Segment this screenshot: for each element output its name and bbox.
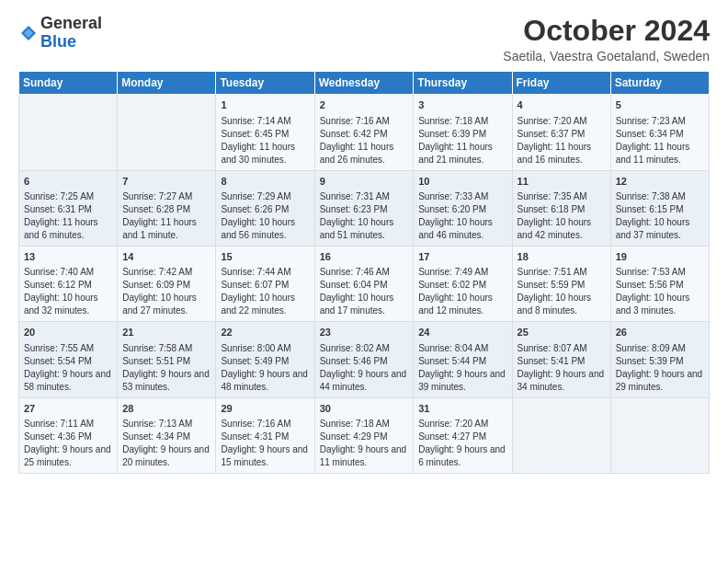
day-info: Sunrise: 7:38 AM bbox=[616, 190, 704, 203]
day-info: Daylight: 11 hours and 26 minutes. bbox=[320, 141, 409, 167]
day-info: Sunset: 4:34 PM bbox=[122, 431, 210, 443]
day-info: Daylight: 11 hours and 11 minutes. bbox=[616, 141, 704, 167]
day-info: Daylight: 10 hours and 37 minutes. bbox=[616, 216, 704, 242]
day-info: Daylight: 10 hours and 46 minutes. bbox=[418, 216, 506, 242]
weekday-header-thursday: Thursday bbox=[414, 72, 512, 95]
weekday-header-tuesday: Tuesday bbox=[216, 72, 314, 95]
day-info: Daylight: 9 hours and 53 minutes. bbox=[122, 368, 210, 394]
weekday-header-monday: Monday bbox=[118, 72, 216, 95]
day-info: Sunset: 6:15 PM bbox=[616, 203, 704, 216]
day-info: Sunset: 5:49 PM bbox=[221, 355, 309, 368]
day-info: Sunset: 4:27 PM bbox=[418, 431, 506, 443]
day-info: Sunrise: 7:55 AM bbox=[24, 342, 112, 355]
location-text: Saetila, Vaestra Goetaland, Sweden bbox=[503, 49, 710, 63]
calendar-cell: 15Sunrise: 7:44 AMSunset: 6:07 PMDayligh… bbox=[216, 246, 314, 321]
day-info: Daylight: 11 hours and 21 minutes. bbox=[418, 141, 506, 167]
day-info: Sunrise: 7:20 AM bbox=[518, 115, 606, 128]
day-info: Sunrise: 7:31 AM bbox=[320, 190, 409, 203]
calendar-cell: 18Sunrise: 7:51 AMSunset: 5:59 PMDayligh… bbox=[512, 246, 610, 321]
day-info: Sunset: 4:31 PM bbox=[221, 431, 309, 443]
calendar-cell: 20Sunrise: 7:55 AMSunset: 5:54 PMDayligh… bbox=[19, 322, 118, 397]
calendar-cell: 22Sunrise: 8:00 AMSunset: 5:49 PMDayligh… bbox=[216, 322, 314, 397]
day-number: 30 bbox=[320, 402, 409, 416]
day-info: Sunset: 6:31 PM bbox=[24, 203, 112, 216]
day-number: 10 bbox=[418, 175, 506, 189]
day-number: 4 bbox=[518, 98, 606, 112]
calendar-week-5: 27Sunrise: 7:11 AMSunset: 4:36 PMDayligh… bbox=[19, 397, 710, 473]
day-info: Sunset: 5:51 PM bbox=[122, 355, 210, 368]
day-info: Sunrise: 7:16 AM bbox=[221, 418, 309, 431]
day-info: Sunset: 6:39 PM bbox=[418, 128, 506, 141]
logo-general-text: General bbox=[40, 14, 102, 32]
calendar-cell: 9Sunrise: 7:31 AMSunset: 6:23 PMDaylight… bbox=[314, 170, 414, 246]
weekday-header-saturday: Saturday bbox=[610, 72, 709, 95]
day-info: Daylight: 9 hours and 20 minutes. bbox=[122, 443, 210, 469]
day-number: 24 bbox=[418, 326, 506, 339]
calendar-cell bbox=[610, 397, 709, 473]
weekday-row: SundayMondayTuesdayWednesdayThursdayFrid… bbox=[19, 72, 710, 95]
day-info: Sunrise: 8:00 AM bbox=[221, 342, 309, 355]
day-info: Sunset: 5:59 PM bbox=[518, 279, 606, 292]
calendar-cell: 27Sunrise: 7:11 AMSunset: 4:36 PMDayligh… bbox=[19, 397, 118, 473]
day-number: 15 bbox=[221, 250, 309, 264]
day-number: 8 bbox=[221, 175, 309, 189]
day-number: 27 bbox=[24, 402, 112, 416]
calendar-body: 1Sunrise: 7:14 AMSunset: 6:45 PMDaylight… bbox=[19, 95, 710, 474]
day-info: Sunset: 5:46 PM bbox=[320, 355, 409, 368]
day-info: Sunrise: 7:46 AM bbox=[320, 266, 409, 279]
day-info: Sunrise: 7:27 AM bbox=[122, 190, 210, 203]
day-number: 21 bbox=[122, 326, 210, 339]
day-info: Sunset: 5:41 PM bbox=[518, 355, 606, 368]
day-number: 1 bbox=[221, 98, 309, 112]
calendar-cell: 5Sunrise: 7:23 AMSunset: 6:34 PMDaylight… bbox=[610, 95, 709, 170]
day-info: Daylight: 9 hours and 48 minutes. bbox=[221, 368, 309, 394]
day-number: 6 bbox=[24, 175, 112, 189]
day-info: Daylight: 9 hours and 15 minutes. bbox=[221, 443, 309, 469]
month-title: October 2024 bbox=[503, 15, 710, 47]
day-info: Daylight: 9 hours and 44 minutes. bbox=[320, 368, 409, 394]
day-info: Sunrise: 7:18 AM bbox=[320, 418, 409, 431]
day-number: 2 bbox=[320, 98, 409, 112]
header: General Blue October 2024 Saetila, Vaest… bbox=[18, 15, 710, 63]
day-number: 23 bbox=[320, 326, 409, 339]
day-info: Sunrise: 7:42 AM bbox=[122, 266, 210, 279]
day-info: Daylight: 10 hours and 27 minutes. bbox=[122, 292, 210, 317]
calendar-header: SundayMondayTuesdayWednesdayThursdayFrid… bbox=[19, 72, 710, 95]
day-info: Daylight: 11 hours and 6 minutes. bbox=[24, 216, 112, 242]
calendar-cell: 25Sunrise: 8:07 AMSunset: 5:41 PMDayligh… bbox=[512, 322, 610, 397]
day-number: 14 bbox=[122, 250, 210, 264]
day-info: Sunrise: 7:44 AM bbox=[221, 266, 309, 279]
day-info: Sunset: 5:39 PM bbox=[616, 355, 704, 368]
weekday-header-sunday: Sunday bbox=[19, 72, 118, 95]
day-info: Sunrise: 7:33 AM bbox=[418, 190, 506, 203]
day-info: Daylight: 9 hours and 58 minutes. bbox=[24, 368, 112, 394]
day-number: 12 bbox=[616, 175, 704, 189]
calendar-cell: 17Sunrise: 7:49 AMSunset: 6:02 PMDayligh… bbox=[414, 246, 512, 321]
day-info: Daylight: 10 hours and 17 minutes. bbox=[320, 292, 409, 317]
title-block: October 2024 Saetila, Vaestra Goetaland,… bbox=[503, 15, 710, 63]
day-info: Sunrise: 7:35 AM bbox=[518, 190, 606, 203]
day-number: 9 bbox=[320, 175, 409, 189]
day-info: Sunset: 6:26 PM bbox=[221, 203, 309, 216]
day-number: 29 bbox=[221, 402, 309, 416]
day-info: Daylight: 9 hours and 34 minutes. bbox=[518, 368, 606, 394]
calendar-cell: 12Sunrise: 7:38 AMSunset: 6:15 PMDayligh… bbox=[610, 170, 709, 246]
day-info: Sunrise: 8:04 AM bbox=[418, 342, 506, 355]
day-info: Sunset: 6:18 PM bbox=[518, 203, 606, 216]
calendar-cell: 16Sunrise: 7:46 AMSunset: 6:04 PMDayligh… bbox=[314, 246, 414, 321]
day-info: Daylight: 9 hours and 25 minutes. bbox=[24, 443, 112, 469]
day-info: Daylight: 10 hours and 3 minutes. bbox=[616, 292, 704, 317]
day-info: Sunset: 6:23 PM bbox=[320, 203, 409, 216]
day-number: 19 bbox=[616, 250, 704, 264]
day-info: Sunset: 5:44 PM bbox=[418, 355, 506, 368]
calendar-cell: 4Sunrise: 7:20 AMSunset: 6:37 PMDaylight… bbox=[512, 95, 610, 170]
calendar-cell: 7Sunrise: 7:27 AMSunset: 6:28 PMDaylight… bbox=[118, 170, 216, 246]
weekday-header-wednesday: Wednesday bbox=[314, 72, 414, 95]
day-number: 16 bbox=[320, 250, 409, 264]
day-number: 31 bbox=[418, 402, 506, 416]
day-info: Daylight: 11 hours and 16 minutes. bbox=[518, 141, 606, 167]
day-number: 25 bbox=[518, 326, 606, 339]
calendar-week-2: 6Sunrise: 7:25 AMSunset: 6:31 PMDaylight… bbox=[19, 170, 710, 246]
calendar-cell: 31Sunrise: 7:20 AMSunset: 4:27 PMDayligh… bbox=[414, 397, 512, 473]
calendar-cell: 19Sunrise: 7:53 AMSunset: 5:56 PMDayligh… bbox=[610, 246, 709, 321]
